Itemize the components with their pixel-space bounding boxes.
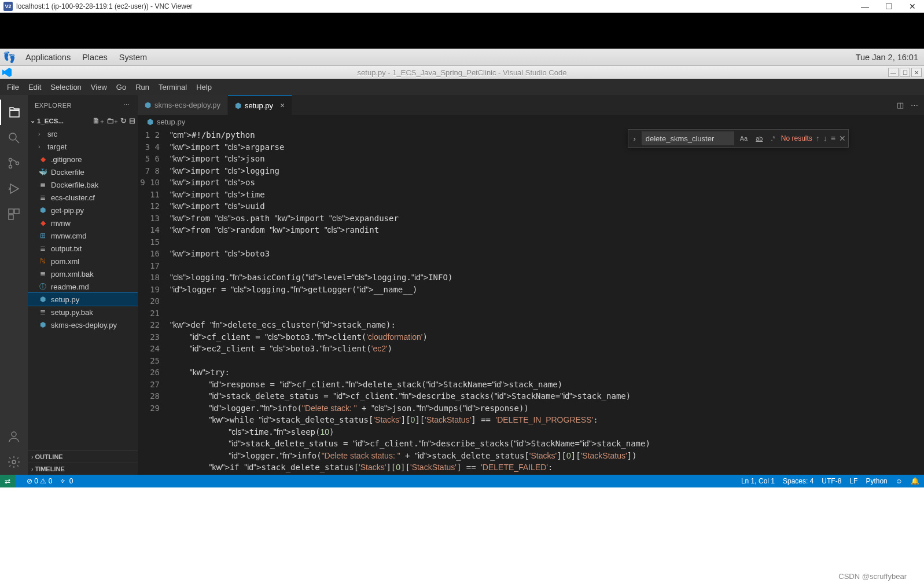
menu-edit[interactable]: Edit bbox=[24, 83, 46, 91]
close-tab-icon[interactable]: × bbox=[280, 101, 285, 110]
file-type-icon: ◆ bbox=[38, 219, 47, 227]
file-tree-item[interactable]: ⬢skms-ecs-deploy.py bbox=[28, 318, 138, 331]
tab-skms-ecs-deploy[interactable]: ⬢ skms-ecs-deploy.py bbox=[138, 95, 228, 115]
file-tree-item[interactable]: ›src bbox=[28, 127, 138, 140]
vnc-logo-icon: V2 bbox=[3, 2, 13, 11]
status-errors[interactable]: ⊘ 0 ⚠ 0 bbox=[27, 477, 52, 485]
status-cursor[interactable]: Ln 1, Col 1 bbox=[741, 477, 775, 485]
new-folder-icon[interactable]: 🗀₊ bbox=[106, 116, 118, 125]
vnc-titlebar: V2 localhost:1 (ip-100-92-28-119:1 (ec2-… bbox=[0, 0, 924, 13]
find-whole-word-icon[interactable]: ab bbox=[753, 134, 765, 143]
find-next-icon[interactable]: ↓ bbox=[823, 134, 827, 143]
editor-more-icon[interactable]: ⋯ bbox=[911, 101, 918, 109]
file-type-icon: ≣ bbox=[38, 244, 47, 252]
file-tree-item[interactable]: ◆mvnw bbox=[28, 217, 138, 229]
menu-file[interactable]: File bbox=[2, 83, 24, 91]
find-selection-icon[interactable]: ≡ bbox=[831, 134, 835, 143]
code-editor[interactable]: "cm">#!/bin/python "kw">import "cls">arg… bbox=[170, 128, 855, 475]
file-tree-item[interactable]: ⊞mvnw.cmd bbox=[28, 229, 138, 242]
file-label: setup.py bbox=[51, 295, 79, 304]
status-eol[interactable]: LF bbox=[849, 477, 857, 485]
status-ports[interactable]: ᯤ 0 bbox=[60, 477, 73, 485]
menu-view[interactable]: View bbox=[86, 83, 112, 91]
vscode-title-text: setup.py - 1_ECS_Java_Spring_PetClinic -… bbox=[358, 68, 567, 77]
svg-rect-6 bbox=[9, 215, 13, 219]
find-toggle-replace-icon[interactable]: › bbox=[631, 134, 638, 143]
activity-accounts-icon[interactable] bbox=[0, 424, 28, 449]
window-minimize-icon[interactable]: — bbox=[861, 2, 869, 11]
file-tree-item[interactable]: ≣ecs-cluster.cf bbox=[28, 191, 138, 204]
file-tree-item[interactable]: ℕpom.xml bbox=[28, 255, 138, 267]
project-header[interactable]: ⌄ 1_ECS... 🗎₊ 🗀₊ ↻ ⊟ bbox=[28, 115, 138, 126]
vscode-maximize-icon[interactable]: ☐ bbox=[900, 68, 910, 77]
menu-selection[interactable]: Selection bbox=[46, 83, 86, 91]
new-file-icon[interactable]: 🗎₊ bbox=[93, 116, 104, 125]
vscode-close-icon[interactable]: ✕ bbox=[911, 68, 922, 77]
menu-go[interactable]: Go bbox=[112, 83, 131, 91]
svg-rect-5 bbox=[14, 209, 19, 214]
file-tree-item[interactable]: ≣setup.py.bak bbox=[28, 306, 138, 318]
file-tree: ›src›target◆.gitignore🐳Dockerfile≣Docker… bbox=[28, 126, 138, 450]
activity-search-icon[interactable] bbox=[0, 125, 28, 151]
split-editor-icon[interactable]: ◫ bbox=[897, 101, 904, 109]
file-type-icon: ◆ bbox=[38, 155, 47, 163]
activity-explorer-icon[interactable] bbox=[0, 100, 28, 125]
gnome-clock[interactable]: Tue Jan 2, 16:01 bbox=[856, 53, 922, 62]
status-language[interactable]: Python bbox=[866, 477, 887, 485]
status-encoding[interactable]: UTF-8 bbox=[822, 477, 841, 485]
activity-settings-icon[interactable] bbox=[0, 449, 28, 475]
status-bell-icon[interactable]: 🔔 bbox=[911, 477, 919, 485]
file-tree-item[interactable]: ◆.gitignore bbox=[28, 153, 138, 166]
window-maximize-icon[interactable]: ☐ bbox=[885, 2, 893, 11]
file-type-icon: ⊞ bbox=[38, 232, 47, 240]
remote-indicator[interactable]: ⇄ bbox=[0, 475, 15, 487]
breadcrumb[interactable]: ⬢ setup.py bbox=[138, 115, 924, 128]
file-tree-item[interactable]: ⬢setup.py bbox=[28, 293, 138, 306]
file-tree-item[interactable]: 🐳Dockerfile bbox=[28, 166, 138, 178]
status-feedback-icon[interactable]: ☺ bbox=[896, 477, 903, 485]
timeline-section[interactable]: › TIMELINE bbox=[28, 463, 138, 475]
vscode-minimize-icon[interactable]: — bbox=[888, 68, 899, 77]
find-result-text: No results bbox=[781, 134, 812, 142]
status-bar: ⇄ ⊘ 0 ⚠ 0 ᯤ 0 Ln 1, Col 1 Spaces: 4 UTF-… bbox=[0, 475, 924, 487]
file-tree-item[interactable]: ≣pom.xml.bak bbox=[28, 267, 138, 280]
minimap[interactable] bbox=[855, 128, 924, 475]
menu-help[interactable]: Help bbox=[192, 83, 216, 91]
tab-label: setup.py bbox=[245, 101, 273, 110]
activity-bar bbox=[0, 95, 28, 475]
find-close-icon[interactable]: ✕ bbox=[839, 134, 846, 143]
gnome-foot-icon[interactable]: 👣 bbox=[2, 50, 16, 64]
file-tree-item[interactable]: ≣Dockerfile.bak bbox=[28, 178, 138, 191]
explorer-more-icon[interactable]: ⋯ bbox=[123, 101, 131, 109]
window-close-icon[interactable]: ✕ bbox=[909, 2, 916, 11]
gnome-menu-places[interactable]: Places bbox=[76, 53, 113, 62]
menu-run[interactable]: Run bbox=[131, 83, 154, 91]
collapse-all-icon[interactable]: ⊟ bbox=[129, 116, 135, 125]
activity-extensions-icon[interactable] bbox=[0, 201, 28, 227]
menu-terminal[interactable]: Terminal bbox=[154, 83, 192, 91]
vscode-logo-icon bbox=[2, 68, 12, 77]
file-tree-item[interactable]: ⓘreadme.md bbox=[28, 280, 138, 293]
tab-setup-py[interactable]: ⬢ setup.py × bbox=[228, 95, 292, 115]
find-prev-icon[interactable]: ↑ bbox=[816, 134, 820, 143]
gnome-menu-applications[interactable]: Applications bbox=[20, 53, 76, 62]
outline-section[interactable]: › OUTLINE bbox=[28, 450, 138, 463]
file-tree-item[interactable]: ≣output.txt bbox=[28, 242, 138, 255]
remote-icon: ⇄ bbox=[5, 477, 10, 485]
explorer-header: EXPLORER ⋯ bbox=[28, 95, 138, 115]
file-tree-item[interactable]: ⬢get-pip.py bbox=[28, 204, 138, 217]
activity-source-control-icon[interactable] bbox=[0, 151, 28, 176]
activity-run-debug-icon[interactable] bbox=[0, 176, 28, 201]
python-file-icon: ⬢ bbox=[145, 101, 151, 109]
file-label: setup.py.bak bbox=[51, 308, 93, 317]
status-spaces[interactable]: Spaces: 4 bbox=[783, 477, 813, 485]
python-file-icon: ⬢ bbox=[235, 101, 241, 110]
find-input[interactable] bbox=[642, 131, 734, 145]
refresh-icon[interactable]: ↻ bbox=[120, 116, 127, 125]
find-regex-icon[interactable]: .* bbox=[768, 134, 777, 143]
vnc-black-band bbox=[0, 13, 924, 49]
find-match-case-icon[interactable]: Aa bbox=[738, 134, 750, 143]
file-tree-item[interactable]: ›target bbox=[28, 140, 138, 153]
editor-area: ⬢ skms-ecs-deploy.py ⬢ setup.py × ◫ ⋯ ⬢ … bbox=[138, 95, 924, 475]
gnome-menu-system[interactable]: System bbox=[113, 53, 153, 62]
